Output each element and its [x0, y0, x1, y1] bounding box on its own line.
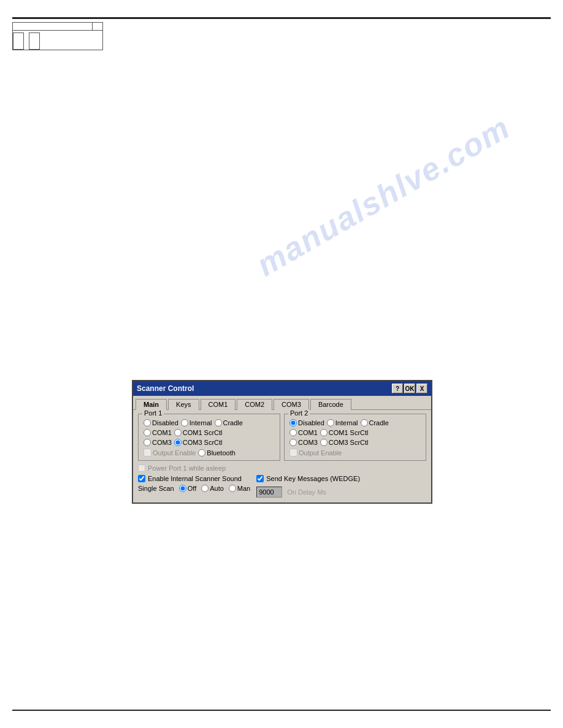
port1-group: Port 1 Disabled Internal Cradle: [138, 414, 280, 461]
port2-cradle-option: Cradle: [361, 419, 389, 427]
dialog-wrapper: Scanner Control ? OK X Main Keys COM1 CO…: [132, 380, 432, 504]
port1-com3-option: COM3: [144, 439, 172, 446]
tab-com2[interactable]: COM2: [237, 399, 272, 410]
port1-legend: Port 1: [142, 409, 164, 417]
port1-row4: Output Enable Bluetooth: [144, 449, 275, 457]
dialog-content: Port 1 Disabled Internal Cradle: [133, 409, 431, 502]
port1-row1: Disabled Internal Cradle: [144, 419, 275, 427]
port1-com3-label: COM3: [152, 439, 172, 446]
tab-keys[interactable]: Keys: [168, 399, 199, 410]
port1-internal-radio[interactable]: [181, 419, 188, 427]
port1-output-enable-check: [144, 449, 151, 457]
send-key-checkbox[interactable]: [256, 475, 264, 482]
close-button[interactable]: X: [416, 384, 427, 393]
port1-cradle-label: Cradle: [223, 419, 243, 427]
single-scan-auto-option: Auto: [201, 485, 224, 492]
bottom-rule: [12, 710, 551, 711]
table-right-col: [93, 23, 103, 31]
watermark: manualshlve.com: [250, 108, 516, 283]
port1-bluetooth-radio[interactable]: [198, 449, 205, 457]
tab-bar: Main Keys COM1 COM2 COM3 Barcode: [133, 396, 431, 409]
ok-button[interactable]: OK: [404, 384, 415, 393]
port2-legend: Port 2: [288, 409, 310, 417]
power-port-label: Power Port 1 while asleep: [148, 464, 226, 472]
port1-disabled-label: Disabled: [152, 419, 178, 427]
port1-com1-label: COM1: [152, 429, 172, 436]
port2-com3scrctl-label: COM3 ScrCtl: [329, 439, 369, 446]
tab-main[interactable]: Main: [136, 399, 167, 410]
single-scan-label: Single Scan: [138, 485, 174, 492]
port2-output-enable-label: Output Enable: [299, 449, 342, 457]
table-bottom-left: [13, 32, 24, 50]
dialog-title: Scanner Control: [137, 384, 194, 393]
top-rule: [12, 17, 551, 19]
port1-row3: COM3 COM3 ScrCtl: [144, 439, 275, 446]
port1-disabled-radio[interactable]: [144, 419, 151, 427]
bottom-two-col: Enable Internal Scanner Sound Single Sca…: [138, 474, 426, 498]
power-port-row: Power Port 1 while asleep: [138, 464, 426, 472]
port2-com3-radio[interactable]: [289, 439, 297, 446]
bottom-right-col: Send Key Messages (WEDGE) On Delay Ms: [256, 474, 360, 498]
port2-internal-radio[interactable]: [327, 419, 334, 427]
port1-com1scrctl-radio[interactable]: [174, 429, 182, 436]
port2-com1-option: COM1: [289, 429, 318, 436]
port1-com1scrctl-option: COM1 ScrCtl: [174, 429, 223, 436]
port2-output-enable-option: Output Enable: [289, 449, 342, 457]
port1-disabled-option: Disabled: [144, 419, 178, 427]
port2-internal-label: Internal: [335, 419, 358, 427]
tab-com1[interactable]: COM1: [201, 399, 236, 410]
port2-com3scrctl-option: COM3 ScrCtl: [320, 439, 369, 446]
port2-row2: COM1 COM1 ScrCtl: [289, 429, 421, 436]
port1-com3-radio[interactable]: [144, 439, 151, 446]
send-key-label: Send Key Messages (WEDGE): [266, 475, 360, 482]
port2-group: Port 2 Disabled Internal Cradle: [284, 414, 426, 461]
single-scan-off-option: Off: [179, 485, 196, 492]
port1-com3scrctl-radio[interactable]: [174, 439, 182, 446]
port1-com3scrctl-option: COM3 ScrCtl: [174, 439, 223, 446]
bottom-left-col: Enable Internal Scanner Sound Single Sca…: [138, 474, 250, 498]
help-button[interactable]: ?: [392, 384, 403, 393]
port1-row2: COM1 COM1 ScrCtl: [144, 429, 275, 436]
scanner-control-dialog: Scanner Control ? OK X Main Keys COM1 CO…: [132, 380, 432, 504]
port2-disabled-option: Disabled: [289, 419, 324, 427]
power-port-checkbox: [138, 464, 145, 472]
port2-cradle-radio[interactable]: [361, 419, 368, 427]
send-key-row: Send Key Messages (WEDGE): [256, 475, 360, 482]
port2-internal-option: Internal: [327, 419, 358, 427]
port1-cradle-radio[interactable]: [215, 419, 222, 427]
single-scan-off-radio[interactable]: [179, 485, 186, 492]
port2-com3-label: COM3: [298, 439, 318, 446]
port2-cradle-label: Cradle: [369, 419, 389, 427]
single-scan-row: Single Scan Off Auto Man: [138, 485, 250, 492]
port1-internal-label: Internal: [190, 419, 212, 427]
port2-com1-label: COM1: [298, 429, 318, 436]
port2-com1-radio[interactable]: [289, 429, 297, 436]
table-bottom-right: [29, 32, 40, 50]
single-scan-off-label: Off: [188, 485, 196, 492]
tab-com3[interactable]: COM3: [274, 399, 309, 410]
port2-com3scrctl-radio[interactable]: [320, 439, 327, 446]
single-scan-man-label: Man: [237, 485, 250, 492]
port1-bluetooth-option: Bluetooth: [198, 449, 235, 457]
title-bar: Scanner Control ? OK X: [133, 381, 431, 396]
port1-output-enable-label: Output Enable: [153, 449, 196, 457]
table-left-col: [13, 23, 93, 31]
single-scan-auto-label: Auto: [210, 485, 224, 492]
single-scan-man-option: Man: [229, 485, 250, 492]
tab-barcode[interactable]: Barcode: [310, 399, 351, 410]
port2-com3-option: COM3: [289, 439, 318, 446]
enable-sound-checkbox[interactable]: [138, 475, 145, 482]
on-delay-label: On Delay Ms: [287, 488, 326, 496]
port2-row3: COM3 COM3 ScrCtl: [289, 439, 421, 446]
port2-disabled-label: Disabled: [298, 419, 324, 427]
on-delay-row: On Delay Ms: [256, 487, 360, 498]
doc-table: [12, 22, 103, 50]
single-scan-auto-radio[interactable]: [201, 485, 209, 492]
title-bar-buttons: ? OK X: [392, 384, 427, 393]
on-delay-input[interactable]: [256, 487, 282, 498]
port1-com1-option: COM1: [144, 429, 172, 436]
single-scan-man-radio[interactable]: [229, 485, 236, 492]
port1-com1-radio[interactable]: [144, 429, 151, 436]
port2-disabled-radio[interactable]: [289, 419, 297, 427]
port2-com1scrctl-radio[interactable]: [320, 429, 327, 436]
